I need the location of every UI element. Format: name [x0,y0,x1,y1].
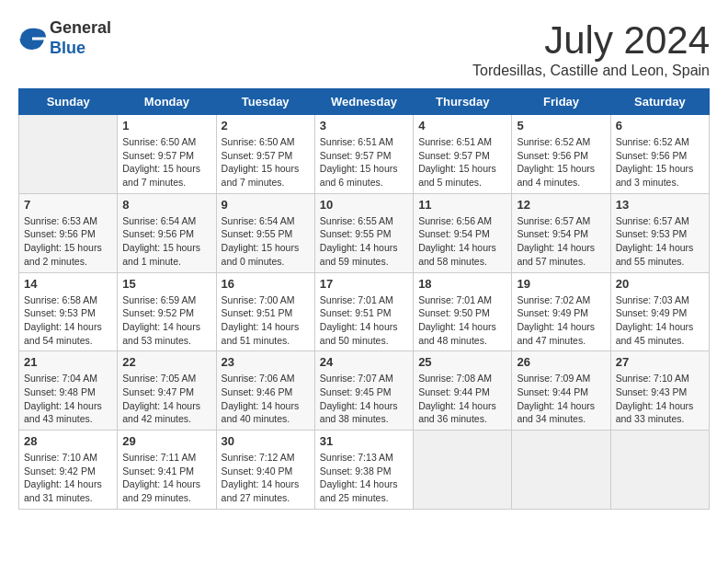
weekday-header: Thursday [414,89,512,115]
calendar-cell: 3Sunrise: 6:51 AM Sunset: 9:57 PM Daylig… [314,115,413,194]
calendar-cell [19,115,118,194]
logo: General Blue [18,18,111,58]
weekday-header: Tuesday [216,89,314,115]
day-number: 22 [122,355,210,369]
calendar-week-row: 28Sunrise: 7:10 AM Sunset: 9:42 PM Dayli… [19,431,710,510]
day-number: 12 [517,198,605,212]
calendar-cell: 11Sunrise: 6:56 AM Sunset: 9:54 PM Dayli… [414,193,512,272]
day-number: 2 [222,119,310,132]
day-number: 14 [24,277,112,291]
day-number: 6 [616,119,704,132]
month-title: July 2024 [472,18,710,63]
calendar-cell: 22Sunrise: 7:05 AM Sunset: 9:47 PM Dayli… [118,351,216,431]
day-info: Sunrise: 6:53 AM Sunset: 9:56 PM Dayligh… [24,214,112,269]
day-info: Sunrise: 6:51 AM Sunset: 9:57 PM Dayligh… [320,135,408,190]
day-info: Sunrise: 7:08 AM Sunset: 9:44 PM Dayligh… [418,372,506,426]
weekday-header: Sunday [19,89,118,115]
day-info: Sunrise: 6:54 AM Sunset: 9:55 PM Dayligh… [222,214,310,269]
logo-text: General Blue [50,18,111,58]
day-number: 3 [320,119,408,132]
day-info: Sunrise: 7:03 AM Sunset: 9:49 PM Dayligh… [616,293,704,348]
weekday-header: Friday [512,89,610,115]
calendar-cell [512,431,610,510]
weekday-header: Saturday [610,89,709,115]
calendar-cell: 28Sunrise: 7:10 AM Sunset: 9:42 PM Dayli… [19,431,118,510]
day-info: Sunrise: 7:11 AM Sunset: 9:41 PM Dayligh… [122,451,210,505]
day-info: Sunrise: 7:02 AM Sunset: 9:49 PM Dayligh… [517,293,605,348]
day-info: Sunrise: 6:55 AM Sunset: 9:55 PM Dayligh… [320,214,408,269]
day-info: Sunrise: 7:04 AM Sunset: 9:48 PM Dayligh… [24,372,112,426]
title-block: July 2024 Tordesillas, Castille and Leon… [472,18,710,79]
day-info: Sunrise: 6:59 AM Sunset: 9:52 PM Dayligh… [122,293,210,348]
calendar-cell: 17Sunrise: 7:01 AM Sunset: 9:51 PM Dayli… [314,272,413,351]
calendar-cell: 29Sunrise: 7:11 AM Sunset: 9:41 PM Dayli… [118,431,216,510]
day-info: Sunrise: 6:50 AM Sunset: 9:57 PM Dayligh… [222,135,310,190]
calendar-cell [610,431,709,510]
calendar-cell: 25Sunrise: 7:08 AM Sunset: 9:44 PM Dayli… [414,351,512,431]
day-number: 8 [122,198,210,212]
day-info: Sunrise: 6:57 AM Sunset: 9:53 PM Dayligh… [616,214,704,269]
day-number: 20 [616,277,704,291]
calendar-cell: 23Sunrise: 7:06 AM Sunset: 9:46 PM Dayli… [216,351,314,431]
calendar-cell: 13Sunrise: 6:57 AM Sunset: 9:53 PM Dayli… [610,193,709,272]
day-number: 15 [122,277,210,291]
day-number: 17 [320,277,408,291]
day-number: 30 [222,434,310,448]
day-number: 21 [24,355,112,369]
day-info: Sunrise: 6:52 AM Sunset: 9:56 PM Dayligh… [517,135,605,190]
day-number: 24 [320,355,408,369]
day-number: 18 [418,277,506,291]
calendar-cell: 6Sunrise: 6:52 AM Sunset: 9:56 PM Daylig… [610,115,709,194]
day-number: 26 [517,355,605,369]
day-number: 4 [418,119,506,132]
day-info: Sunrise: 7:05 AM Sunset: 9:47 PM Dayligh… [122,372,210,426]
day-number: 25 [418,355,506,369]
day-number: 1 [122,119,210,132]
day-info: Sunrise: 7:07 AM Sunset: 9:45 PM Dayligh… [320,372,408,426]
calendar-cell: 2Sunrise: 6:50 AM Sunset: 9:57 PM Daylig… [216,115,314,194]
weekday-header-row: SundayMondayTuesdayWednesdayThursdayFrid… [19,89,710,115]
day-number: 23 [222,355,310,369]
calendar-table: SundayMondayTuesdayWednesdayThursdayFrid… [18,88,710,510]
calendar-week-row: 7Sunrise: 6:53 AM Sunset: 9:56 PM Daylig… [19,193,710,272]
calendar-cell: 26Sunrise: 7:09 AM Sunset: 9:44 PM Dayli… [512,351,610,431]
day-info: Sunrise: 7:10 AM Sunset: 9:43 PM Dayligh… [616,372,704,426]
calendar-cell: 27Sunrise: 7:10 AM Sunset: 9:43 PM Dayli… [610,351,709,431]
day-number: 27 [616,355,704,369]
day-info: Sunrise: 7:00 AM Sunset: 9:51 PM Dayligh… [222,293,310,348]
day-number: 9 [222,198,310,212]
day-info: Sunrise: 7:09 AM Sunset: 9:44 PM Dayligh… [517,372,605,426]
calendar-week-row: 14Sunrise: 6:58 AM Sunset: 9:53 PM Dayli… [19,272,710,351]
calendar-cell: 12Sunrise: 6:57 AM Sunset: 9:54 PM Dayli… [512,193,610,272]
calendar-cell: 16Sunrise: 7:00 AM Sunset: 9:51 PM Dayli… [216,272,314,351]
calendar-cell: 8Sunrise: 6:54 AM Sunset: 9:56 PM Daylig… [118,193,216,272]
day-number: 29 [122,434,210,448]
logo-icon [18,25,46,52]
day-info: Sunrise: 6:54 AM Sunset: 9:56 PM Dayligh… [122,214,210,269]
calendar-cell: 4Sunrise: 6:51 AM Sunset: 9:57 PM Daylig… [414,115,512,194]
calendar-week-row: 1Sunrise: 6:50 AM Sunset: 9:57 PM Daylig… [19,115,710,194]
day-number: 13 [616,198,704,212]
calendar-week-row: 21Sunrise: 7:04 AM Sunset: 9:48 PM Dayli… [19,351,710,431]
day-number: 5 [517,119,605,132]
day-info: Sunrise: 6:58 AM Sunset: 9:53 PM Dayligh… [24,293,112,348]
calendar-cell: 7Sunrise: 6:53 AM Sunset: 9:56 PM Daylig… [19,193,118,272]
calendar-cell: 24Sunrise: 7:07 AM Sunset: 9:45 PM Dayli… [314,351,413,431]
weekday-header: Wednesday [314,89,413,115]
day-info: Sunrise: 6:57 AM Sunset: 9:54 PM Dayligh… [517,214,605,269]
day-number: 19 [517,277,605,291]
day-number: 16 [222,277,310,291]
day-info: Sunrise: 6:50 AM Sunset: 9:57 PM Dayligh… [122,135,210,190]
calendar-cell: 1Sunrise: 6:50 AM Sunset: 9:57 PM Daylig… [118,115,216,194]
weekday-header: Monday [118,89,216,115]
day-number: 10 [320,198,408,212]
calendar-cell: 20Sunrise: 7:03 AM Sunset: 9:49 PM Dayli… [610,272,709,351]
day-number: 31 [320,434,408,448]
day-info: Sunrise: 7:01 AM Sunset: 9:50 PM Dayligh… [418,293,506,348]
day-info: Sunrise: 7:12 AM Sunset: 9:40 PM Dayligh… [222,451,310,505]
day-number: 7 [24,198,112,212]
page-header: General Blue July 2024 Tordesillas, Cast… [18,18,710,79]
calendar-cell: 10Sunrise: 6:55 AM Sunset: 9:55 PM Dayli… [314,193,413,272]
calendar-cell: 5Sunrise: 6:52 AM Sunset: 9:56 PM Daylig… [512,115,610,194]
day-info: Sunrise: 7:10 AM Sunset: 9:42 PM Dayligh… [24,451,112,505]
